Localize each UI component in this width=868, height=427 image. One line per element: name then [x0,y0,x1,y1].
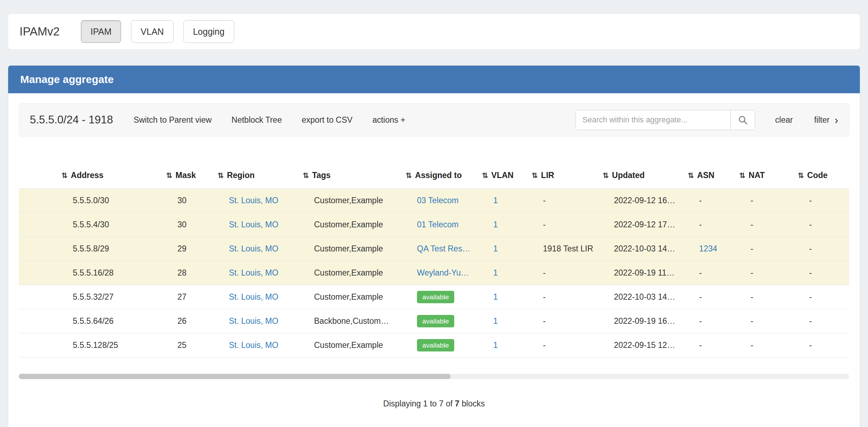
column-header-updated[interactable]: ⇅Updated [599,166,684,188]
panel-body: 5.5.5.0/24 - 1918 Switch to Parent viewN… [8,93,860,418]
switch-to-parent-view-link[interactable]: Switch to Parent view [133,115,211,125]
available-badge[interactable]: available [417,291,454,303]
horizontal-scrollbar[interactable] [19,374,849,379]
cell-link-asn[interactable]: 1234 [699,244,717,253]
aggregate-toolbar: 5.5.5.0/24 - 1918 Switch to Parent viewN… [19,103,849,137]
column-header-nat[interactable]: ⇅NAT [736,166,794,188]
column-header-lir[interactable]: ⇅LIR [528,166,599,188]
cell-link-vlan[interactable]: 1 [493,196,498,205]
cell-link-region[interactable]: St. Louis, MO [229,316,278,326]
cell-vlan: 1 [478,285,528,309]
cell-nat: - [736,285,794,309]
cell-link-assigned[interactable]: 03 Telecom [417,196,458,205]
cell-lir: - [528,309,599,333]
column-header-code[interactable]: ⇅Code [794,166,847,188]
column-header-assigned[interactable]: ⇅Assigned to [402,166,478,188]
column-label: LIR [541,171,554,180]
cell-region: St. Louis, MO [214,212,299,237]
cell-region: St. Louis, MO [214,333,299,357]
available-badge[interactable]: available [417,315,454,327]
cell-assigned: 03 Telecom [402,188,478,212]
available-badge[interactable]: available [417,339,454,351]
cell-extra [847,261,849,285]
clear-button[interactable]: clear [775,115,793,125]
cell-link-assigned[interactable]: Weyland-Yu… [417,268,469,277]
search-input[interactable] [576,110,731,130]
cell-lir: - [528,333,599,357]
cell-link-region[interactable]: St. Louis, MO [229,244,278,253]
column-label: NAT [749,171,765,180]
cell-lir: - [528,212,599,237]
cell-assigned: 01 Telecom [402,212,478,237]
cell-tags: Customer,Example [299,285,402,309]
column-label: Mask [176,171,196,180]
cell-asn: - [684,261,736,285]
cell-link-region[interactable]: St. Louis, MO [229,340,278,350]
column-header-region[interactable]: ⇅Region [214,166,299,188]
cell-link-vlan[interactable]: 1 [493,220,498,229]
cell-extra [847,212,849,237]
column-header-extra[interactable]: ⇅ [847,166,849,188]
cell-extra [847,333,849,357]
cell-address: 5.5.5.4/30 [58,212,163,237]
cell-link-vlan[interactable]: 1 [493,316,498,326]
cell-region: St. Louis, MO [214,237,299,261]
cell-extra [847,309,849,333]
sort-icon: ⇅ [798,171,804,179]
search-button[interactable] [730,110,755,130]
manage-aggregate-panel: Manage aggregate 5.5.5.0/24 - 1918 Switc… [8,65,860,427]
cell-link-region[interactable]: St. Louis, MO [229,268,278,277]
row-spacer [19,188,58,212]
column-header-tags[interactable]: ⇅Tags [299,166,402,188]
export-to-csv-link[interactable]: export to CSV [302,115,352,125]
scrollbar-thumb[interactable] [19,374,451,379]
column-header-vlan[interactable]: ⇅VLAN [478,166,528,188]
cell-link-region[interactable]: St. Louis, MO [229,220,278,229]
cell-link-vlan[interactable]: 1 [493,268,498,277]
aggregate-title: 5.5.5.0/24 - 1918 [30,113,113,126]
cell-link-assigned[interactable]: QA Test Res… [417,244,470,253]
cell-code: - [794,212,847,237]
cell-code: - [794,285,847,309]
column-label: Region [227,171,255,180]
cell-link-vlan[interactable]: 1 [493,244,498,253]
cell-link-vlan[interactable]: 1 [493,292,498,301]
cell-region: St. Louis, MO [214,261,299,285]
cell-lir: - [528,188,599,212]
cell-link-assigned[interactable]: 01 Telecom [417,220,458,229]
cell-link-vlan[interactable]: 1 [493,340,498,350]
column-header-mask[interactable]: ⇅Mask [163,166,214,188]
actions-menu[interactable]: actions + [372,115,405,125]
cell-assigned: QA Test Res… [402,237,478,261]
cell-asn: - [684,212,736,237]
column-header-asn[interactable]: ⇅ASN [684,166,736,188]
cell-asn: 1234 [684,237,736,261]
cell-link-region[interactable]: St. Louis, MO [229,292,278,301]
sort-icon: ⇅ [688,171,694,179]
table-row: 5.5.5.64/2626St. Louis, MOBackbone,Custo… [19,309,849,333]
cell-updated: 2022-10-03 14… [599,237,684,261]
cell-link-region[interactable]: St. Louis, MO [229,196,278,205]
cell-vlan: 1 [478,212,528,237]
column-label: Tags [312,171,331,180]
row-spacer [19,309,58,333]
row-spacer [19,333,58,357]
cell-region: St. Louis, MO [214,285,299,309]
cell-assigned: available [402,309,478,333]
netblock-tree-link[interactable]: Netblock Tree [231,115,282,125]
cell-lir: - [528,261,599,285]
tab-logging[interactable]: Logging [183,20,234,43]
tab-ipam[interactable]: IPAM [81,20,121,43]
cell-tags: Customer,Example [299,261,402,285]
tab-vlan[interactable]: VLAN [131,20,173,43]
table-row: 5.5.5.32/2727St. Louis, MOCustomer,Examp… [19,285,849,309]
column-header-address[interactable]: ⇅Address [58,166,163,188]
cell-updated: 2022-10-03 14… [599,285,684,309]
cell-region: St. Louis, MO [214,309,299,333]
cell-vlan: 1 [478,309,528,333]
cell-assigned: available [402,333,478,357]
cell-assigned: Weyland-Yu… [402,261,478,285]
filter-button[interactable]: filter › [814,115,838,126]
cell-code: - [794,309,847,333]
table-row: 5.5.5.16/2828St. Louis, MOCustomer,Examp… [19,261,849,285]
